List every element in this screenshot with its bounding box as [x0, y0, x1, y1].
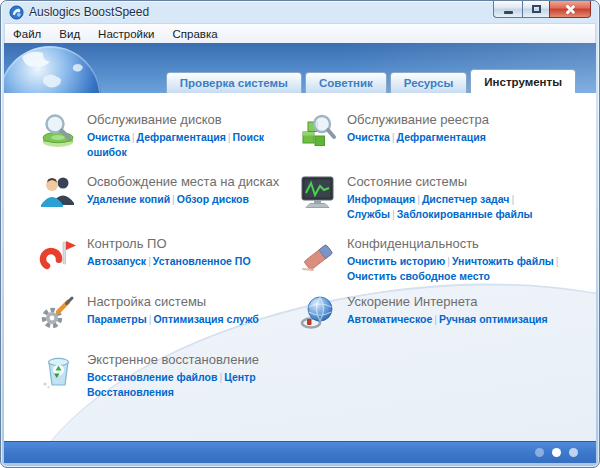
section-title: Состояние системы — [347, 173, 565, 190]
pager-dot-1[interactable] — [535, 448, 544, 457]
link-disk-explorer[interactable]: Обзор дисков — [177, 193, 249, 205]
app-window: Auslogics BoostSpeed Файл Вид Настройки … — [0, 0, 600, 468]
section-rescue: Экстренное восстановление Восстановление… — [38, 351, 292, 400]
section-internet-boost: Ускорение Интернета Автоматическое|Ручна… — [298, 293, 548, 333]
menu-item-settings[interactable]: Настройки — [89, 26, 163, 42]
link-system-info[interactable]: Информация — [347, 193, 415, 205]
close-button[interactable] — [549, 1, 591, 18]
separator: | — [130, 131, 137, 143]
tab-label: Проверка системы — [180, 77, 288, 89]
section-system-tweak: Настройка системы Параметры|Оптимизация … — [38, 293, 259, 333]
section-links: Удаление копий|Обзор дисков — [87, 192, 279, 207]
globe-graphic — [4, 43, 154, 93]
separator: | — [554, 255, 561, 267]
section-title: Экстренное восстановление — [87, 351, 292, 368]
section-links: Автозапуск|Установленное ПО — [87, 254, 251, 269]
separator: | — [509, 193, 516, 205]
section-links: Автоматическое|Ручная оптимизация — [347, 312, 548, 327]
content-area: Обслуживание дисков Очистка|Дефрагментац… — [4, 93, 596, 441]
close-icon — [565, 4, 576, 15]
minimize-button[interactable] — [493, 1, 522, 18]
registry-search-icon — [298, 111, 338, 151]
section-title: Конфиденциальность — [347, 235, 565, 252]
bottom-bar — [4, 441, 596, 463]
title-bar: Auslogics BoostSpeed — [1, 1, 599, 23]
link-locked-files[interactable]: Заблокированные файлы — [397, 208, 533, 220]
section-title: Ускорение Интернета — [347, 293, 548, 310]
separator: | — [226, 131, 233, 143]
menu-item-help[interactable]: Справка — [163, 26, 226, 42]
autorun-flag-icon — [38, 235, 78, 275]
system-monitor-icon — [298, 173, 338, 213]
link-disk-defrag[interactable]: Дефрагментация — [137, 131, 226, 143]
section-privacy: Конфиденциальность Очистить историю|Унич… — [298, 235, 565, 284]
section-links: Очистить историю|Уничтожить файлы|Очисти… — [347, 254, 565, 284]
window-controls — [493, 1, 591, 18]
section-title: Обслуживание реестра — [347, 111, 489, 128]
link-wipe-free-space[interactable]: Очистить свободное место — [347, 270, 490, 282]
link-services[interactable]: Службы — [347, 208, 390, 220]
section-software-control: Контроль ПО Автозапуск|Установленное ПО — [38, 235, 251, 275]
link-parameters[interactable]: Параметры — [87, 313, 147, 325]
link-service-optimization[interactable]: Оптимизация служб — [153, 313, 258, 325]
duplicate-users-icon — [38, 173, 78, 213]
link-installed-software[interactable]: Установленное ПО — [153, 255, 251, 267]
minimize-icon — [504, 11, 513, 14]
pager-dot-2[interactable] — [552, 448, 561, 457]
tab-label: Инструменты — [484, 76, 562, 88]
separator: | — [146, 255, 153, 267]
section-title: Настройка системы — [87, 293, 259, 310]
menu-bar: Файл Вид Настройки Справка — [4, 23, 596, 43]
disk-search-icon — [38, 111, 78, 151]
tab-advisor[interactable]: Советник — [305, 72, 387, 93]
section-system-status: Состояние системы Информация|Диспетчер з… — [298, 173, 565, 222]
section-title: Контроль ПО — [87, 235, 251, 252]
section-free-space: Освобождение места на дисках Удаление ко… — [38, 173, 279, 213]
separator: | — [432, 313, 439, 325]
tab-label: Ресурсы — [404, 77, 454, 89]
link-clear-history[interactable]: Очистить историю — [347, 255, 445, 267]
eraser-icon — [298, 235, 338, 275]
link-autostart[interactable]: Автозапуск — [87, 255, 146, 267]
menu-item-view[interactable]: Вид — [50, 26, 89, 42]
link-shred-files[interactable]: Уничтожить файлы — [452, 255, 554, 267]
section-links: Очистка|Дефрагментация — [347, 130, 489, 145]
separator: | — [415, 193, 422, 205]
tab-label: Советник — [319, 77, 373, 89]
link-task-manager[interactable]: Диспетчер задач — [422, 193, 510, 205]
link-remove-duplicates[interactable]: Удаление копий — [87, 193, 170, 205]
app-logo-icon — [9, 5, 24, 20]
section-links: Параметры|Оптимизация служб — [87, 312, 259, 327]
window-title: Auslogics BoostSpeed — [29, 5, 149, 19]
separator: | — [170, 193, 177, 205]
maximize-icon — [532, 5, 541, 13]
tab-tools[interactable]: Инструменты — [470, 69, 576, 93]
section-links: Информация|Диспетчер задач|Службы|Заблок… — [347, 192, 565, 222]
link-registry-defrag[interactable]: Дефрагментация — [397, 131, 486, 143]
link-manual-optimization[interactable]: Ручная оптимизация — [439, 313, 548, 325]
gear-screwdriver-icon — [38, 293, 78, 333]
separator: | — [445, 255, 452, 267]
link-auto-optimization[interactable]: Автоматическое — [347, 313, 432, 325]
section-links: Очистка|Дефрагментация|Поиск ошибок — [87, 130, 292, 160]
header-band: Проверка системы Советник Ресурсы Инстру… — [4, 43, 596, 93]
section-disk-maintenance: Обслуживание дисков Очистка|Дефрагментац… — [38, 111, 292, 160]
section-links: Восстановление файлов|Центр Восстановлен… — [87, 370, 292, 400]
section-title: Освобождение места на дисках — [87, 173, 279, 190]
pager-dot-3[interactable] — [569, 448, 578, 457]
link-disk-cleanup[interactable]: Очистка — [87, 131, 130, 143]
link-registry-cleanup[interactable]: Очистка — [347, 131, 390, 143]
separator: | — [390, 208, 397, 220]
internet-globe-icon — [298, 293, 338, 333]
separator: | — [390, 131, 397, 143]
menu-item-file[interactable]: Файл — [5, 26, 50, 42]
tab-resources[interactable]: Ресурсы — [390, 72, 468, 93]
tab-system-check[interactable]: Проверка системы — [166, 72, 302, 93]
recycle-bin-icon — [38, 351, 78, 391]
link-file-recovery[interactable]: Восстановление файлов — [87, 371, 217, 383]
section-title: Обслуживание дисков — [87, 111, 292, 128]
tab-strip: Проверка системы Советник Ресурсы Инстру… — [163, 69, 576, 93]
section-registry-maintenance: Обслуживание реестра Очистка|Дефрагмента… — [298, 111, 489, 151]
maximize-button[interactable] — [522, 1, 549, 18]
